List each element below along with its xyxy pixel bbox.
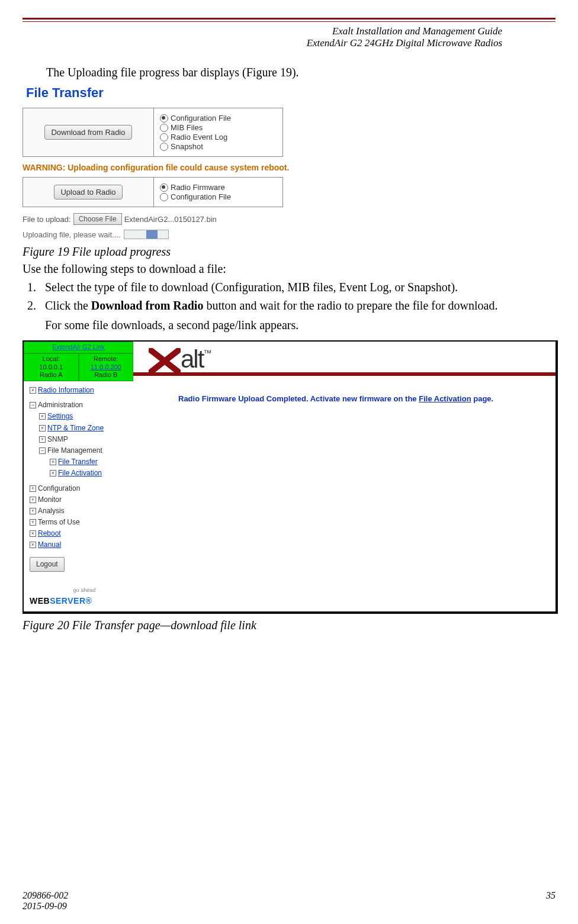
header-line-2: ExtendAir G2 24GHz Digital Microwave Rad… xyxy=(76,37,502,49)
plus-icon: + xyxy=(30,508,36,514)
page-number: 35 xyxy=(546,890,555,912)
nav-manual[interactable]: ×Manual xyxy=(30,539,139,550)
step-2: Click the Download from Radio button and… xyxy=(39,299,555,332)
nav-analysis[interactable]: +Analysis xyxy=(30,506,139,517)
link-status-panel: ExtendAir G2 Link Local: 10.0.0.1 Radio … xyxy=(24,342,133,381)
figure-20: ExtendAir G2 Link Local: 10.0.0.1 Radio … xyxy=(23,340,558,614)
download-from-radio-button[interactable]: Download from Radio xyxy=(44,125,131,140)
nav-radio-info[interactable]: ×Radio Information xyxy=(30,385,139,396)
radio-option-event-log[interactable]: Radio Event Log xyxy=(160,133,277,141)
chosen-filename: ExtendAirG2...0150127.bin xyxy=(124,215,217,224)
header-rule xyxy=(23,18,555,22)
radio-icon xyxy=(160,143,168,151)
figure-19-caption: Figure 19 File upload progress xyxy=(23,245,555,259)
doc-date: 2015-09-09 xyxy=(23,901,68,912)
file-transfer-heading: File Transfer xyxy=(26,85,307,101)
figure-19: File Transfer Download from Radio Config… xyxy=(23,85,307,239)
minus-icon: – xyxy=(39,447,46,454)
radio-option-config-file-upload[interactable]: Configuration File xyxy=(160,192,277,201)
nav-administration[interactable]: –Administration xyxy=(30,400,139,411)
radio-icon xyxy=(160,133,168,141)
radio-option-radio-firmware[interactable]: Radio Firmware xyxy=(160,183,277,192)
radio-icon xyxy=(160,193,168,201)
uploading-status-row: Uploading file, please wait.... xyxy=(23,230,307,239)
upload-table: Upload to Radio Radio Firmware Configura… xyxy=(23,177,283,207)
nav-settings[interactable]: ×Settings xyxy=(30,411,139,422)
steps-list: Select the type of file to download (Con… xyxy=(23,281,555,332)
exalt-logo: alt™ xyxy=(149,345,210,373)
step-2-sub: For some file downloads, a second page/l… xyxy=(45,318,555,332)
logout-button[interactable]: Logout xyxy=(30,557,65,572)
radio-icon xyxy=(160,124,168,132)
remote-radio-box[interactable]: Remote: 11.0.0.200 Radio B xyxy=(79,353,134,381)
nav-file-mgmt[interactable]: –File Management xyxy=(30,445,139,456)
page-footer: 209866-002 2015-09-09 35 xyxy=(23,890,555,912)
nav-sidebar: ×Radio Information –Administration ×Sett… xyxy=(24,381,143,611)
header-line-1: Exalt Installation and Management Guide xyxy=(76,25,502,37)
download-options-cell: Configuration File MIB Files Radio Event… xyxy=(154,108,283,157)
upload-options-cell: Radio Firmware Configuration File xyxy=(154,178,283,207)
webserver-badge: go ahead WEBSERVER® xyxy=(30,586,139,608)
nav-file-activation[interactable]: ×File Activation xyxy=(30,468,139,479)
nav-configuration[interactable]: +Configuration xyxy=(30,483,139,494)
upload-warning: WARNING: Uploading configuration file co… xyxy=(23,163,307,172)
exalt-x-icon xyxy=(149,348,181,374)
radio-icon xyxy=(160,114,168,123)
link-header[interactable]: ExtendAir G2 Link xyxy=(24,342,133,353)
box-icon: × xyxy=(30,530,36,537)
nav-monitor[interactable]: +Monitor xyxy=(30,494,139,506)
upload-complete-message: Radio Firmware Upload Completed. Activat… xyxy=(143,381,555,611)
nav-file-transfer[interactable]: ×File Transfer xyxy=(30,456,139,468)
doc-number: 209866-002 xyxy=(23,890,68,901)
uploading-text: Uploading file, please wait.... xyxy=(23,230,120,239)
upload-to-radio-button[interactable]: Upload to Radio xyxy=(54,185,122,199)
plus-icon: + xyxy=(30,497,36,503)
choose-file-button[interactable]: Choose File xyxy=(73,213,122,225)
step-1: Select the type of file to download (Con… xyxy=(39,281,555,294)
plus-icon: + xyxy=(30,485,36,492)
file-to-upload-row: File to upload: Choose File ExtendAirG2.… xyxy=(23,213,307,225)
instructions-intro: Use the following steps to download a fi… xyxy=(23,262,555,276)
nav-ntp[interactable]: ×NTP & Time Zone xyxy=(30,423,139,434)
plus-icon: + xyxy=(39,436,46,443)
minus-icon: – xyxy=(30,402,36,408)
progress-bar xyxy=(124,230,169,239)
file-activation-link[interactable]: File Activation xyxy=(419,394,471,403)
box-icon: × xyxy=(50,470,56,477)
local-radio-box[interactable]: Local: 10.0.0.1 Radio A xyxy=(24,353,79,381)
radio-option-mib-files[interactable]: MIB Files xyxy=(160,123,277,132)
figure-20-caption: Figure 20 File Transfer page—download fi… xyxy=(23,619,555,632)
radio-option-snapshot[interactable]: Snapshot xyxy=(160,142,277,151)
radio-option-config-file[interactable]: Configuration File xyxy=(160,114,277,123)
file-to-upload-label: File to upload: xyxy=(23,215,71,224)
intro-paragraph: The Uploading file progress bar displays… xyxy=(46,66,555,79)
plus-icon: + xyxy=(30,519,36,526)
logo-area: alt™ xyxy=(133,342,555,381)
box-icon: × xyxy=(30,387,36,394)
doc-header: Exalt Installation and Management Guide … xyxy=(23,25,555,49)
box-icon: × xyxy=(30,542,36,548)
radio-icon xyxy=(160,183,168,192)
box-icon: × xyxy=(39,425,46,432)
nav-reboot[interactable]: ×Reboot xyxy=(30,528,139,539)
download-table: Download from Radio Configuration File M… xyxy=(23,108,283,157)
nav-terms[interactable]: +Terms of Use xyxy=(30,517,139,528)
box-icon: × xyxy=(50,459,56,465)
box-icon: × xyxy=(39,413,46,420)
nav-snmp[interactable]: +SNMP xyxy=(30,434,139,445)
